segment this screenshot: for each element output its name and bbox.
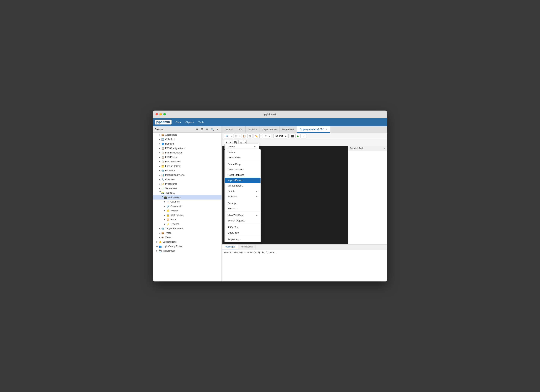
expand-subscriptions[interactable]: ▶: [155, 240, 159, 243]
tree-item[interactable]: ▶ 🗂️ Foreign Tables: [153, 164, 221, 168]
expand-aggregates[interactable]: ▶: [158, 133, 161, 136]
expand-constraints[interactable]: ▶: [163, 205, 166, 208]
expand-procedures[interactable]: ▶: [158, 183, 161, 185]
copy-button[interactable]: ⎘: [234, 134, 238, 139]
tree-item[interactable]: ▶ 📦 Types: [153, 231, 221, 235]
tab-query-tool[interactable]: 🔧 postgres/dario@DB * ✕: [297, 126, 330, 133]
tree-item[interactable]: ▶ 🗃️ Tables (1): [153, 191, 221, 195]
tab-sql[interactable]: SQL: [236, 126, 246, 133]
expand-mat-views[interactable]: ▶: [158, 174, 161, 177]
tree-item[interactable]: ▶ 🗂️ Indexes: [153, 208, 221, 213]
tree-item[interactable]: ▶ 1.3 Sequences: [153, 186, 221, 191]
expand-login-roles[interactable]: ▶: [155, 245, 159, 248]
object-menu[interactable]: Object ▾: [184, 120, 196, 124]
context-backup[interactable]: Backup...: [225, 200, 260, 206]
context-delete-drop[interactable]: Delete/Drop: [225, 161, 260, 167]
maximize-button[interactable]: [163, 113, 166, 115]
expand-views[interactable]: ▶: [158, 236, 161, 239]
context-import-export[interactable]: Import/Export...: [225, 178, 260, 183]
tree-item[interactable]: ▶ 🗃️ earthquakes: [153, 195, 221, 199]
filter-button[interactable]: ▽: [263, 134, 268, 139]
context-view-edit-data[interactable]: View/Edit Data ▶: [225, 213, 260, 218]
refresh-icon[interactable]: ✕: [215, 127, 220, 131]
tools-menu[interactable]: Tools: [196, 120, 206, 124]
limit-select[interactable]: No limit 100 500 1000: [273, 134, 287, 139]
context-psql-tool[interactable]: PSQL Tool: [225, 225, 260, 230]
expand-trigger-funcs[interactable]: ▶: [158, 227, 161, 230]
tab-dependents[interactable]: Dependents: [280, 126, 297, 133]
tab-dependencies[interactable]: Dependencies: [260, 126, 280, 133]
file-menu[interactable]: File ▾: [174, 120, 183, 124]
tree-item[interactable]: ▶ 🔒 RLS Policies: [153, 213, 221, 217]
tree-item[interactable]: ▶ 📜 Rules: [153, 217, 221, 222]
edit-dropdown[interactable]: ▾: [260, 134, 262, 139]
delete-button[interactable]: 🗑: [248, 134, 253, 139]
tree-item[interactable]: ▶ 👥 Login/Group Roles: [153, 244, 221, 248]
context-count-rows[interactable]: Count Rows: [225, 155, 260, 160]
tab-close-button[interactable]: ✕: [325, 128, 327, 131]
tree-item[interactable]: ▶ 🔗 Constraints: [153, 204, 221, 208]
expand-fts-dict[interactable]: ▶: [158, 151, 161, 154]
expand-domains[interactable]: ▶: [158, 142, 161, 145]
context-drop-cascade[interactable]: Drop Cascade: [225, 167, 260, 172]
expand-fts-parsers[interactable]: ▶: [158, 156, 161, 159]
tree-item[interactable]: ▶ 👁️ Views: [153, 235, 221, 240]
expand-tables[interactable]: ▶: [158, 191, 161, 194]
search-browser-icon[interactable]: 🔍: [210, 127, 215, 131]
context-query-tool[interactable]: Query Tool: [225, 230, 260, 235]
create-menu-header[interactable]: Create ▶: [225, 144, 259, 149]
context-properties[interactable]: Properties...: [225, 237, 260, 242]
expand-rls[interactable]: ▶: [163, 214, 166, 217]
expand-indexes[interactable]: ▶: [163, 209, 166, 212]
context-restore[interactable]: Restore...: [225, 206, 260, 211]
tree-item[interactable]: ▶ 🔤 Collations: [153, 137, 221, 142]
scratch-pad-close[interactable]: ✕: [383, 147, 385, 149]
tree-item[interactable]: ▶ 📋 FTS Templates: [153, 159, 221, 164]
tree-item[interactable]: ▶ 📋 FTS Configurations: [153, 146, 221, 150]
expand-fts-templates[interactable]: ▶: [158, 160, 161, 163]
expand-sequences[interactable]: ▶: [158, 187, 161, 190]
expand-foreign-tables[interactable]: ▶: [158, 165, 161, 168]
expand-fts-config[interactable]: ▶: [158, 147, 161, 150]
tree-item[interactable]: ▶ 📋 Columns: [153, 199, 221, 204]
run-dropdown[interactable]: ▾: [301, 134, 306, 139]
tree-item[interactable]: ▶ ⚙️ Functions: [153, 168, 221, 173]
tree-item[interactable]: ▶ 📝 Procedures: [153, 182, 221, 186]
run-button[interactable]: ▶: [295, 134, 301, 139]
tree-item[interactable]: ▶ 📋 FTS Parsers: [153, 155, 221, 159]
expand-rules[interactable]: ▶: [163, 218, 166, 221]
expand-earthquakes[interactable]: ▶: [161, 196, 164, 199]
context-refresh[interactable]: Refresh: [225, 149, 260, 155]
search-button[interactable]: 🔍: [224, 134, 230, 139]
context-search-objects[interactable]: Search Objects...: [225, 218, 260, 223]
expand-collations[interactable]: ▶: [158, 138, 161, 141]
expand-types[interactable]: ▶: [158, 232, 161, 234]
tree-item[interactable]: ▶ ⚡ Triggers: [153, 222, 221, 226]
minimize-button[interactable]: [160, 113, 162, 115]
expand-operators[interactable]: ▶: [158, 178, 161, 181]
tree-item[interactable]: ▶ 💾 Tablespaces: [153, 248, 221, 253]
grid-view-icon[interactable]: ⊞: [195, 127, 199, 131]
expand-tablespaces[interactable]: ▶: [155, 249, 159, 252]
messages-tab[interactable]: Messages: [222, 244, 238, 249]
context-maintenance[interactable]: Maintenance...: [225, 183, 260, 188]
tree-item[interactable]: ▶ 📊 Materialized Views: [153, 173, 221, 177]
notifications-tab[interactable]: Notifications: [238, 244, 255, 249]
stop-button[interactable]: ⬛: [290, 134, 295, 139]
expand-columns[interactable]: ▶: [163, 200, 166, 203]
tree-item[interactable]: ▶ 🔷 Domains: [153, 142, 221, 146]
tree-item[interactable]: ▶ ⚙️ Trigger Functions: [153, 226, 221, 231]
tab-general[interactable]: General: [222, 126, 236, 133]
edit-button[interactable]: ✏️: [253, 134, 260, 139]
context-reset-stats[interactable]: Reset Statistics: [225, 172, 260, 178]
tree-item[interactable]: ▶ 🔧 Operators: [153, 177, 221, 182]
close-button[interactable]: [155, 113, 158, 115]
tree-item[interactable]: ▶ 🔔 Subscriptions: [153, 240, 221, 244]
expand-functions[interactable]: ▶: [158, 169, 161, 172]
expand-triggers[interactable]: ▶: [163, 223, 166, 226]
search-dropdown[interactable]: ▾: [230, 134, 233, 139]
table-view-icon[interactable]: ☰: [200, 127, 204, 131]
tree-item[interactable]: ▶ 📦 Aggregates: [153, 133, 221, 137]
tree-item[interactable]: ▶ 📋 FTS Dictionaries: [153, 150, 221, 155]
copy-dropdown[interactable]: ▾: [238, 134, 241, 139]
